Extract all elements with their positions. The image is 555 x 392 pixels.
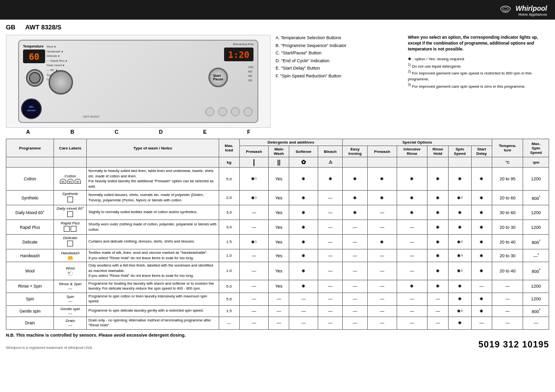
cell-data: — bbox=[318, 205, 343, 220]
cell-data: —³ bbox=[523, 249, 549, 262]
icon-prewash: | bbox=[239, 157, 269, 168]
cell-data: ✱ bbox=[428, 235, 449, 249]
cell-data: — bbox=[342, 262, 367, 280]
machine-image: Temperature 60 Wool ● Handwash ● Delicat… bbox=[6, 35, 271, 128]
cell-data: ✱ bbox=[368, 168, 397, 191]
cell-data: — bbox=[397, 293, 427, 305]
cell-data: — bbox=[318, 317, 343, 329]
cell-data: ✱ bbox=[471, 191, 492, 205]
cell-data: ✱ bbox=[342, 168, 367, 191]
cell-programme: Drain bbox=[6, 317, 54, 329]
cell-data: — bbox=[239, 280, 269, 293]
cell-data: — bbox=[368, 305, 397, 317]
cell-load: 1.0 bbox=[219, 249, 239, 262]
cell-notes: Normally to heavily soiled bed linen, ta… bbox=[87, 168, 219, 191]
col-header-type: Type of wash / Notes bbox=[87, 139, 219, 157]
top-section: Temperature 60 Wool ● Handwash ● Delicat… bbox=[6, 35, 549, 135]
cell-care: Gentle spin— bbox=[54, 305, 87, 317]
cell-data: ✱ bbox=[289, 220, 318, 235]
label-b-desc: B. "Programme Sequence" Indicator bbox=[276, 43, 398, 49]
whirlpool-logo: Whirlpool Home Appliances bbox=[499, 4, 547, 16]
cell-data: — bbox=[368, 293, 397, 305]
label-c: C bbox=[115, 129, 119, 135]
cell-data: ✱¹ bbox=[239, 191, 269, 205]
col-easyironing: EasyIroning bbox=[342, 146, 367, 157]
cell-data: ✱ bbox=[397, 280, 427, 293]
label-a: A bbox=[26, 129, 30, 135]
cell-programme: Rapid Plus bbox=[6, 220, 54, 235]
label-f: F bbox=[247, 129, 251, 135]
cell-data: — bbox=[368, 317, 397, 329]
cell-data: ✱² bbox=[449, 305, 471, 317]
cell-data: — bbox=[342, 280, 367, 293]
cell-data: ✱ bbox=[471, 293, 492, 305]
cell-data: — bbox=[523, 317, 549, 329]
cell-load: 5.0 bbox=[219, 293, 239, 305]
col-intensiverinse: IntensiveRinse bbox=[397, 146, 427, 157]
cell-data: ✱ bbox=[449, 280, 471, 293]
cell-notes: Drain only - no spinning. Alternative me… bbox=[87, 317, 219, 329]
cell-data: Yes bbox=[269, 220, 289, 235]
letter-labels-row: A B C D E F bbox=[6, 129, 271, 135]
table-row: Daily Mixed 60°Daily mixed 60°Slightly t… bbox=[6, 205, 549, 220]
table-row: Rinse + SpinRinse & Spin—Programme for t… bbox=[6, 280, 549, 293]
cell-data: ✱² bbox=[449, 262, 471, 280]
cell-data: — bbox=[368, 249, 397, 262]
cell-data: — bbox=[342, 249, 367, 262]
cell-programme: Gentle spin bbox=[6, 305, 54, 317]
icon-softener: ✿ bbox=[289, 157, 318, 168]
cell-data: ✱ bbox=[449, 293, 471, 305]
cell-load: 1.0 bbox=[219, 262, 239, 280]
cell-data: 1200 bbox=[523, 280, 549, 293]
cell-data: — bbox=[471, 280, 492, 293]
cell-data: — bbox=[342, 293, 367, 305]
col-header-programme: Programme bbox=[6, 139, 54, 157]
cell-data: Yes bbox=[269, 280, 289, 293]
cell-data: ✱² bbox=[449, 235, 471, 249]
col-softener: Softener bbox=[289, 146, 318, 157]
cell-data: 1200 bbox=[523, 220, 549, 235]
cell-data: ✱ bbox=[368, 191, 397, 205]
footnote-3: 3) For improved garment care spin speed … bbox=[408, 82, 549, 90]
table-row: SpinSpin—Programme to spin cotton or lin… bbox=[6, 293, 549, 305]
cell-care: Synthetic bbox=[54, 191, 87, 205]
cell-data: — bbox=[289, 305, 318, 317]
cell-data: ✱ bbox=[397, 168, 427, 191]
col-header-special: Special Options bbox=[342, 139, 492, 146]
svg-point-0 bbox=[501, 6, 511, 11]
svg-point-1 bbox=[503, 7, 508, 10]
cell-data: 800² bbox=[523, 191, 549, 205]
col-spinspeed: SpinSpeed bbox=[449, 146, 471, 157]
cell-data: ✱ bbox=[289, 262, 318, 280]
cell-data: ✱ bbox=[428, 220, 449, 235]
cell-care: Wool🐑 bbox=[54, 262, 87, 280]
cell-data: — bbox=[289, 317, 318, 329]
col-header-detergents: Detergents and additives bbox=[239, 139, 342, 146]
cell-data: — bbox=[239, 293, 269, 305]
cell-data: Yes bbox=[269, 191, 289, 205]
cell-data: — bbox=[269, 293, 289, 305]
footer-trademark: Whirlpool is a registered trademark of W… bbox=[6, 345, 93, 350]
model-name: AWT 8328/S bbox=[25, 24, 62, 31]
cell-programme: Delicate bbox=[6, 235, 54, 249]
table-row: DrainDrain—Drain only - no spinning. Alt… bbox=[6, 317, 549, 329]
table-row: Rapid PlusRapid PlusShortly worn outer c… bbox=[6, 220, 549, 235]
col-prewash: Prewash bbox=[239, 146, 269, 157]
bottom-note: N.B. This machine is controlled by senso… bbox=[6, 333, 549, 338]
cell-data: ✱¹ bbox=[239, 168, 269, 191]
cell-data: ✱ bbox=[397, 205, 427, 220]
cell-data: ✱ bbox=[289, 191, 318, 205]
table-row: Gentle spinGentle spin—Programme to spin… bbox=[6, 305, 549, 317]
col-mainwash: MainWash bbox=[269, 146, 289, 157]
cell-programme: Rinse + Spin bbox=[6, 280, 54, 293]
cell-data: 1200 bbox=[523, 293, 549, 305]
cell-data: 30 to 60 bbox=[492, 205, 523, 220]
cell-care: Drain— bbox=[54, 317, 87, 329]
cell-data: ✱ bbox=[397, 191, 427, 205]
cell-data: ✱ bbox=[428, 280, 449, 293]
cell-programme: Synthetic bbox=[6, 191, 54, 205]
cell-programme: Handwash bbox=[6, 249, 54, 262]
cell-data: — bbox=[397, 262, 427, 280]
col-header-maxspin: Max.SpinSpeed bbox=[523, 139, 549, 157]
cell-notes: Shortly worn outer clothing made of cott… bbox=[87, 220, 219, 235]
